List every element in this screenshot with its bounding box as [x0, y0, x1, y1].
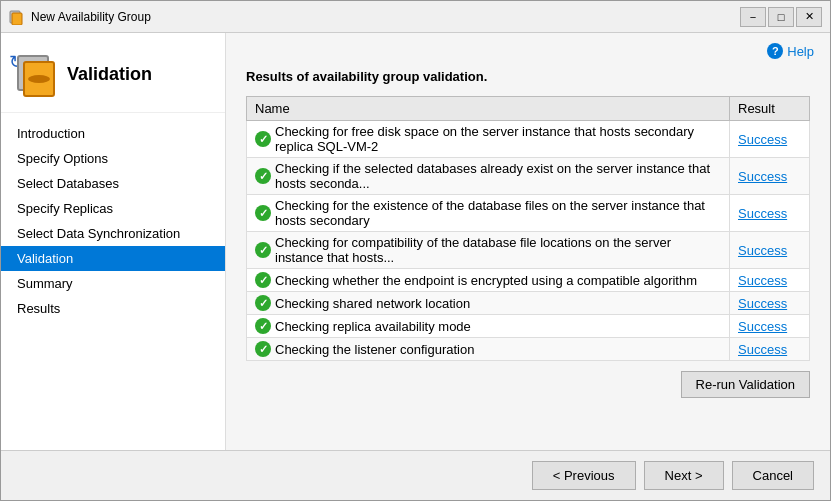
window-icon [9, 9, 25, 25]
table-row: ✓Checking the listener configurationSucc… [247, 338, 810, 361]
rerun-validation-button[interactable]: Re-run Validation [681, 371, 810, 398]
check-icon: ✓ [255, 341, 271, 357]
sidebar-header: ↻ Validation [1, 33, 225, 113]
sidebar-header-title: Validation [67, 64, 152, 85]
content-area: ↻ Validation Introduction Specify Option… [1, 33, 830, 450]
svg-rect-1 [12, 13, 22, 25]
row-name: Checking whether the endpoint is encrypt… [275, 273, 697, 288]
row-result-cell[interactable]: Success [730, 158, 810, 195]
window-title: New Availability Group [31, 10, 734, 24]
col-name-header: Name [247, 97, 730, 121]
maximize-button[interactable]: □ [768, 7, 794, 27]
row-name: Checking replica availability mode [275, 319, 471, 334]
previous-button[interactable]: < Previous [532, 461, 636, 490]
title-bar: New Availability Group − □ ✕ [1, 1, 830, 33]
row-name: Checking the listener configuration [275, 342, 474, 357]
success-link[interactable]: Success [738, 169, 787, 184]
check-icon: ✓ [255, 295, 271, 311]
db-icon-front [23, 61, 55, 97]
help-link[interactable]: ? Help [767, 43, 814, 59]
main-top: ? Help [226, 33, 830, 69]
row-name-cell: ✓Checking for free disk space on the ser… [247, 121, 730, 158]
sidebar-item-select-databases[interactable]: Select Databases [1, 171, 225, 196]
footer: < Previous Next > Cancel [1, 450, 830, 500]
row-name: Checking for the existence of the databa… [275, 198, 721, 228]
success-link[interactable]: Success [738, 296, 787, 311]
row-result-cell[interactable]: Success [730, 338, 810, 361]
table-row: ✓Checking for compatibility of the datab… [247, 232, 810, 269]
row-result-cell[interactable]: Success [730, 121, 810, 158]
row-result-cell[interactable]: Success [730, 232, 810, 269]
row-result-cell[interactable]: Success [730, 269, 810, 292]
row-name-cell: ✓Checking shared network location [247, 292, 730, 315]
table-row: ✓Checking replica availability modeSucce… [247, 315, 810, 338]
row-name-cell: ✓Checking the listener configuration [247, 338, 730, 361]
sidebar-item-validation[interactable]: Validation [1, 246, 225, 271]
row-name-cell: ✓Checking if the selected databases alre… [247, 158, 730, 195]
row-name-cell: ✓Checking whether the endpoint is encryp… [247, 269, 730, 292]
check-icon: ✓ [255, 272, 271, 288]
main-window: New Availability Group − □ ✕ ↻ Validatio… [0, 0, 831, 501]
table-row: ✓Checking for free disk space on the ser… [247, 121, 810, 158]
close-button[interactable]: ✕ [796, 7, 822, 27]
next-button[interactable]: Next > [644, 461, 724, 490]
cancel-button[interactable]: Cancel [732, 461, 814, 490]
minimize-button[interactable]: − [740, 7, 766, 27]
row-name: Checking shared network location [275, 296, 470, 311]
check-icon: ✓ [255, 131, 271, 147]
sidebar-item-results[interactable]: Results [1, 296, 225, 321]
check-icon: ✓ [255, 168, 271, 184]
row-result-cell[interactable]: Success [730, 315, 810, 338]
rerun-btn-area: Re-run Validation [246, 361, 810, 402]
help-icon: ? [767, 43, 783, 59]
row-result-cell[interactable]: Success [730, 292, 810, 315]
sidebar: ↻ Validation Introduction Specify Option… [1, 33, 226, 450]
row-name: Checking if the selected databases alrea… [275, 161, 721, 191]
table-row: ✓Checking whether the endpoint is encryp… [247, 269, 810, 292]
check-icon: ✓ [255, 242, 271, 258]
window-controls: − □ ✕ [740, 7, 822, 27]
table-row: ✓Checking for the existence of the datab… [247, 195, 810, 232]
sidebar-icon: ↻ [17, 55, 57, 95]
main-body: Results of availability group validation… [226, 69, 830, 450]
row-name-cell: ✓Checking for compatibility of the datab… [247, 232, 730, 269]
success-link[interactable]: Success [738, 206, 787, 221]
sidebar-item-specify-options[interactable]: Specify Options [1, 146, 225, 171]
results-table: Name Result ✓Checking for free disk spac… [246, 96, 810, 361]
sidebar-nav: Introduction Specify Options Select Data… [1, 113, 225, 450]
sidebar-item-summary[interactable]: Summary [1, 271, 225, 296]
table-row: ✓Checking if the selected databases alre… [247, 158, 810, 195]
check-icon: ✓ [255, 318, 271, 334]
row-result-cell[interactable]: Success [730, 195, 810, 232]
sidebar-item-specify-replicas[interactable]: Specify Replicas [1, 196, 225, 221]
row-name-cell: ✓Checking replica availability mode [247, 315, 730, 338]
success-link[interactable]: Success [738, 342, 787, 357]
success-link[interactable]: Success [738, 273, 787, 288]
help-label: Help [787, 44, 814, 59]
sidebar-item-introduction[interactable]: Introduction [1, 121, 225, 146]
row-name: Checking for free disk space on the serv… [275, 124, 721, 154]
check-icon: ✓ [255, 205, 271, 221]
main-panel: ? Help Results of availability group val… [226, 33, 830, 450]
sidebar-item-select-data-sync[interactable]: Select Data Synchronization [1, 221, 225, 246]
success-link[interactable]: Success [738, 132, 787, 147]
section-title: Results of availability group validation… [246, 69, 810, 84]
row-name: Checking for compatibility of the databa… [275, 235, 721, 265]
success-link[interactable]: Success [738, 243, 787, 258]
success-link[interactable]: Success [738, 319, 787, 334]
table-row: ✓Checking shared network locationSuccess [247, 292, 810, 315]
col-result-header: Result [730, 97, 810, 121]
row-name-cell: ✓Checking for the existence of the datab… [247, 195, 730, 232]
